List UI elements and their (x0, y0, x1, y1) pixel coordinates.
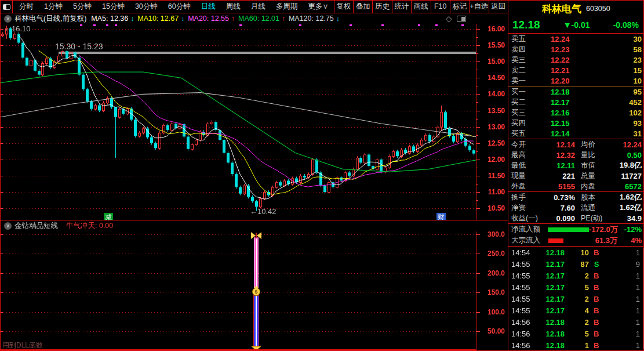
indicator-axis: 300.0250.0200.0150.0100.050.00 (476, 231, 508, 350)
tick-time: 14:55 (511, 283, 534, 292)
indicator-chart[interactable] (1, 231, 476, 350)
book-row-买三[interactable]: 买三12.16102 (508, 107, 644, 118)
stock-name: 科林电气 (542, 2, 581, 16)
menu-item-15分钟[interactable]: 15分钟 (97, 1, 130, 13)
axis-tick (476, 192, 480, 193)
ma-legend-0: MA5: 12.36 (91, 15, 128, 23)
price-axis-label: 15.50 (487, 41, 505, 49)
info-value: 1.62亿 (605, 192, 642, 202)
book-label: 卖一 (511, 76, 533, 86)
menu-item-分时[interactable]: 分时 (14, 1, 39, 13)
menu-item-1分钟[interactable]: 1分钟 (39, 1, 68, 13)
tick-count: 1 (604, 283, 640, 292)
money-flow: 净流入额-172.0万-12%大宗流入61.3万4% (508, 224, 644, 246)
ma-trend-arrow: ↓ (336, 15, 340, 23)
book-row-卖一[interactable]: 卖一12.2010 (508, 75, 644, 86)
info-value: 12.14 (545, 140, 575, 149)
tick-count: 1 (604, 330, 640, 338)
book-label: 卖五 (511, 34, 533, 44)
info-row-最低: 最低12.11市值19.8亿 (508, 160, 644, 171)
info-row-净资: 净资7.60流通1.62亿 (508, 202, 644, 213)
info-row-外盘: 外盘5155内盘6572 (508, 181, 644, 191)
book-row-买五[interactable]: 买五12.1431 (508, 128, 644, 139)
tick-time: 14:54 (511, 248, 534, 257)
toolbar-button-历史[interactable]: 历史 (372, 1, 391, 13)
footer-status-text: 用到DLL函数 (2, 341, 43, 350)
menu-item-30分钟[interactable]: 30分钟 (130, 1, 163, 13)
book-row-卖四[interactable]: 卖四12.2358 (508, 44, 644, 55)
book-row-卖三[interactable]: 卖三12.2223 (508, 55, 644, 65)
info-value: 11727 (605, 172, 642, 180)
book-row-买四[interactable]: 买四12.1593 (508, 118, 644, 128)
info-value: 19.8亿 (605, 160, 642, 171)
price-change: ▼-0.01 (563, 20, 590, 30)
tick-side: B (589, 283, 604, 292)
tick-row: 14:5612.182B1 (508, 317, 644, 328)
price-axis-label: 13.50 (487, 107, 505, 115)
menu-item-月线[interactable]: 月线 (246, 1, 271, 13)
toolbar-button-返回[interactable]: 返回 (489, 1, 508, 13)
info-value: 0.090 (545, 214, 575, 223)
toolbar-button-叠加[interactable]: 叠加 (353, 1, 372, 13)
window-panel-toggle[interactable] (1, 1, 13, 13)
tick-price: 12.17 (534, 306, 565, 315)
book-row-买二[interactable]: 买二12.17452 (508, 97, 644, 107)
book-price: 12.21 (551, 66, 585, 75)
menu-item-日线[interactable]: 日线 (196, 1, 221, 13)
price-axis-label: 16.00 (487, 25, 505, 33)
price-axis-label: 10.50 (487, 204, 505, 212)
collapse-chevron-icon[interactable]: ∨ (4, 222, 12, 230)
menu-item-60分钟[interactable]: 60分钟 (163, 1, 196, 13)
axis-tick (476, 292, 480, 293)
book-qty: 10 (634, 77, 642, 85)
axis-tick (476, 94, 480, 95)
toolbar-button-F10[interactable]: F10 (431, 1, 450, 13)
axis-tick (476, 45, 480, 46)
diamond-marker-icon[interactable]: ◇ (446, 14, 452, 23)
book-price: 12.24 (551, 35, 585, 44)
book-label: 买二 (511, 97, 533, 107)
book-price: 12.22 (551, 56, 585, 64)
tick-row: 14:5512.172B1 (508, 293, 644, 305)
tick-volume: 87 (565, 260, 589, 269)
menu-item-5分钟[interactable]: 5分钟 (68, 1, 97, 13)
tick-volume: 10 (565, 248, 589, 257)
tick-side: B (589, 341, 604, 350)
info-label: 均价 (581, 140, 605, 150)
axis-tick (476, 127, 480, 128)
indicator-signal-value: 牛气冲天: 0.00 (66, 221, 113, 231)
ma-trend-arrow: ↓ (181, 15, 184, 23)
book-row-买一[interactable]: 买一12.1895 (508, 86, 644, 97)
price-axis-label: 13.00 (487, 123, 505, 131)
axis-tick (476, 160, 480, 160)
tick-side: B (589, 330, 604, 338)
split-window-icon[interactable] (457, 16, 466, 22)
toolbar-button-+自选[interactable]: +自选 (469, 1, 488, 13)
tick-row: 14:5612.181B1 (508, 340, 644, 351)
toolbar-button-标记[interactable]: 标记 (450, 1, 469, 13)
tick-side: B (589, 318, 604, 327)
collapse-chevron-icon[interactable]: ∨ (4, 15, 12, 23)
menu-item-更多∨[interactable]: 更多∨ (303, 1, 333, 13)
book-row-卖五[interactable]: 卖五12.2430 (508, 34, 644, 44)
price-change-pct: -0.08% (613, 20, 639, 30)
axis-tick (476, 273, 480, 274)
info-value: 12.32 (545, 151, 575, 160)
menu-item-多周期[interactable]: 多周期 (271, 1, 303, 13)
toolbar-button-复权[interactable]: 复权 (334, 1, 353, 13)
axis-tick (476, 61, 480, 62)
book-row-卖二[interactable]: 卖二12.2115 (508, 65, 644, 75)
toolbar-button-画线[interactable]: 画线 (411, 1, 430, 13)
candlestick-chart[interactable] (1, 24, 476, 220)
toolbar-button-统计[interactable]: 统计 (392, 1, 411, 13)
tick-volume: 5 (565, 283, 589, 292)
tick-price: 12.18 (534, 248, 565, 257)
book-qty: 95 (634, 88, 642, 96)
flow-label: 净流入额 (511, 225, 548, 234)
axis-tick (476, 254, 480, 254)
axis-tick (476, 234, 480, 235)
tick-price: 12.17 (534, 272, 565, 280)
info-value: 1.62亿 (605, 202, 642, 213)
last-price: 12.18 (512, 19, 540, 31)
menu-item-周线[interactable]: 周线 (221, 1, 246, 13)
